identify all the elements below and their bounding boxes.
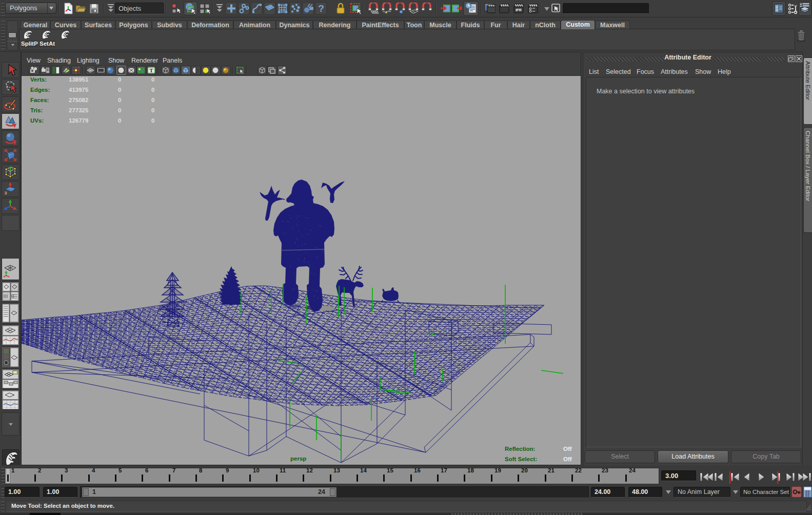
svg-text:T: T [149,67,153,73]
svg-text:?: ? [318,3,324,14]
svg-text:IPR: IPR [516,8,522,12]
